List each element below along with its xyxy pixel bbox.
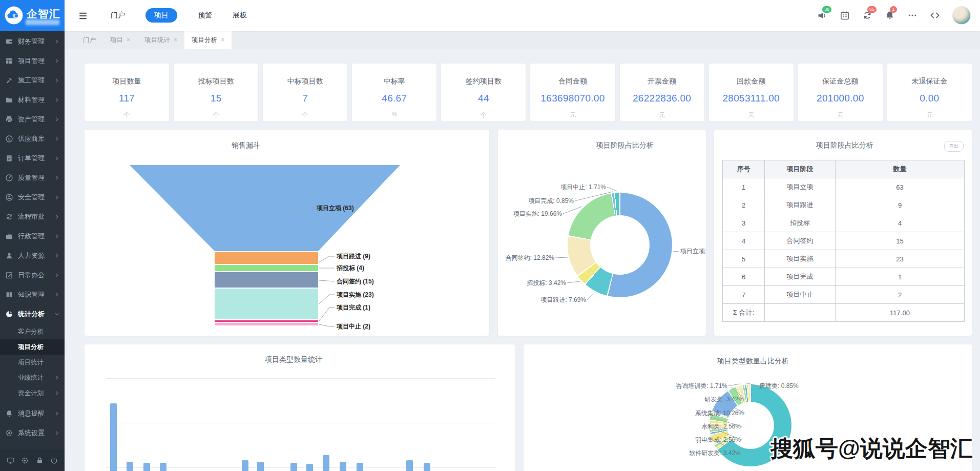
nav-item-门户[interactable]: 门户 bbox=[111, 8, 125, 23]
funnel-label: 项目跟进 (9) bbox=[336, 253, 370, 260]
chevron-right-icon bbox=[54, 136, 59, 141]
table-row: 7项目中止2 bbox=[723, 286, 965, 304]
bar bbox=[357, 463, 363, 471]
sidebar-item-统计分析[interactable]: 统计分析 bbox=[0, 304, 65, 324]
funnel-label: 项目完成 (1) bbox=[336, 304, 370, 311]
bar bbox=[242, 460, 248, 471]
sidebar-item-材料管理[interactable]: 材料管理 bbox=[0, 90, 65, 110]
stat-value: 28053111.00 bbox=[722, 93, 779, 104]
hamburger-icon[interactable] bbox=[78, 11, 88, 19]
sidebar-item-label: 质量管理 bbox=[18, 173, 54, 182]
stat-value: 44 bbox=[478, 93, 489, 104]
sidebar-item-资金计划[interactable]: 资金计划 bbox=[0, 385, 65, 401]
donut-hole bbox=[727, 402, 774, 449]
lock-icon[interactable] bbox=[36, 457, 44, 464]
stat-card-合同金额: 合同金额 163698070.00 元 bbox=[530, 64, 615, 121]
table-cell: 23 bbox=[836, 250, 965, 268]
sidebar-item-流程审批[interactable]: 流程审批 bbox=[0, 207, 65, 227]
chevron-right-icon bbox=[54, 391, 59, 396]
nav-item-展板[interactable]: 展板 bbox=[233, 8, 247, 23]
power-icon bbox=[50, 457, 58, 464]
stage-table-card: 项目阶段占比分析 导出 序号项目阶段数量1项目立项632项目跟进93招投标44合… bbox=[714, 130, 972, 336]
stat-value: 15 bbox=[211, 93, 222, 104]
sidebar-item-项目管理[interactable]: 项目管理 bbox=[0, 51, 65, 71]
quality-icon bbox=[5, 174, 13, 182]
bar bbox=[340, 462, 346, 471]
sidebar-item-人力资源[interactable]: 人力资源 bbox=[0, 246, 65, 265]
nav-item-项目[interactable]: 项目 bbox=[145, 8, 177, 23]
funnel-chart-title: 销售漏斗 bbox=[232, 141, 260, 150]
monitor-icon[interactable] bbox=[7, 457, 14, 464]
tab-门户[interactable]: 门户 bbox=[76, 31, 103, 49]
sidebar-item-供应商库[interactable]: S供应商库 bbox=[0, 129, 65, 149]
export-button[interactable]: 导出 bbox=[944, 141, 964, 152]
table-cell: 9 bbox=[836, 196, 965, 214]
ellipsis-icon[interactable] bbox=[907, 10, 918, 21]
sidebar-item-财务管理[interactable]: 财务管理 bbox=[0, 32, 65, 51]
stat-value: 0.00 bbox=[920, 93, 939, 104]
calendar-icon[interactable] bbox=[840, 10, 850, 21]
sidebar-item-项目统计[interactable]: 项目统计 bbox=[0, 355, 65, 370]
stat-label: 项目数量 bbox=[113, 77, 141, 86]
gear-icon[interactable] bbox=[21, 457, 29, 464]
chevron-right-icon bbox=[54, 58, 59, 64]
bar-chart-title: 项目类型数量统计 bbox=[265, 355, 322, 364]
table-cell: 7 bbox=[723, 286, 765, 304]
svg-text:汇: 汇 bbox=[12, 13, 17, 18]
sidebar-item-施工管理[interactable]: 施工管理 bbox=[0, 71, 65, 90]
table-cell: 6 bbox=[723, 268, 765, 286]
sidebar-item-系统设置[interactable]: 系统设置 bbox=[0, 423, 65, 443]
sidebar-item-知识管理[interactable]: 知识管理 bbox=[0, 285, 65, 304]
tab-close-icon[interactable]: × bbox=[127, 36, 130, 44]
cloud-logo-icon: 汇 bbox=[4, 6, 24, 25]
funnel-label: 合同签约 (15) bbox=[336, 278, 374, 285]
sidebar-footer bbox=[0, 449, 65, 471]
sidebar-item-订单管理[interactable]: 订单管理 bbox=[0, 149, 65, 168]
donut-hole bbox=[590, 215, 650, 275]
sidebar-item-项目分析[interactable]: 项目分析 bbox=[0, 339, 65, 355]
stat-card-签约项目数: 签约项目数 44 个 bbox=[441, 64, 526, 121]
table-cell: 3 bbox=[723, 214, 765, 232]
tab-close-icon[interactable]: × bbox=[221, 36, 224, 44]
megaphone-icon[interactable]: 38 bbox=[817, 10, 827, 21]
app-logo[interactable]: 汇 企智汇 bbox=[0, 0, 65, 31]
sidebar-item-业绩统计[interactable]: 业绩统计 bbox=[0, 370, 65, 385]
table-cell bbox=[765, 304, 836, 322]
table-cell: Σ 合计: bbox=[723, 304, 765, 322]
power-icon[interactable] bbox=[50, 457, 58, 464]
sidebar-item-安全管理[interactable]: 安全管理 bbox=[0, 188, 65, 207]
sidebar-item-label: 客户分析 bbox=[18, 327, 59, 336]
bell-icon[interactable]: 1 bbox=[885, 10, 895, 21]
sidebar-item-资产管理[interactable]: 资产管理 bbox=[0, 110, 65, 129]
code-icon[interactable] bbox=[930, 10, 940, 21]
chevron-right-icon bbox=[54, 214, 59, 219]
sidebar: 汇 企智汇 财务管理项目管理施工管理材料管理资产管理S供应商库订单管理质量管理安… bbox=[0, 0, 65, 471]
tab-项目分析[interactable]: 项目分析× bbox=[184, 31, 232, 49]
tab-close-icon[interactable]: × bbox=[174, 36, 177, 44]
sidebar-item-日常办公[interactable]: 日常办公 bbox=[0, 265, 65, 285]
logo-subtitle-blurred bbox=[26, 19, 59, 25]
gear-icon bbox=[21, 457, 29, 464]
sidebar-item-质量管理[interactable]: 质量管理 bbox=[0, 168, 65, 188]
tab-bar: 门户项目×项目统计×项目分析× bbox=[65, 31, 980, 49]
tab-项目[interactable]: 项目× bbox=[103, 31, 137, 49]
sales-funnel-chart: 项目立项 (63)项目跟进 (9)招投标 (4)合同签约 (15)项目实施 (2… bbox=[85, 130, 489, 336]
sync-icon[interactable]: 65 bbox=[862, 10, 872, 21]
table-cell: 15 bbox=[836, 232, 965, 250]
sidebar-item-消息提醒[interactable]: 消息提醒 bbox=[0, 404, 65, 423]
stage-table: 序号项目阶段数量1项目立项632项目跟进93招投标44合同签约155项目实施23… bbox=[722, 160, 965, 322]
project-icon bbox=[5, 57, 13, 65]
table-cell: 合同签约 bbox=[765, 232, 836, 250]
order-icon bbox=[5, 154, 13, 162]
hr-icon bbox=[5, 252, 13, 260]
chevron-right-icon bbox=[54, 156, 59, 161]
stat-label: 回款金额 bbox=[737, 77, 765, 86]
stat-card-投标项目数: 投标项目数 15 个 bbox=[174, 64, 258, 121]
tab-项目统计[interactable]: 项目统计× bbox=[137, 31, 184, 49]
sidebar-item-客户分析[interactable]: 客户分析 bbox=[0, 324, 65, 339]
chevron-right-icon bbox=[54, 175, 59, 180]
avatar[interactable] bbox=[952, 6, 971, 25]
nav-item-预警[interactable]: 预警 bbox=[198, 8, 212, 23]
stat-label: 开票金额 bbox=[648, 77, 676, 86]
sidebar-item-行政管理[interactable]: 行政管理 bbox=[0, 227, 65, 246]
